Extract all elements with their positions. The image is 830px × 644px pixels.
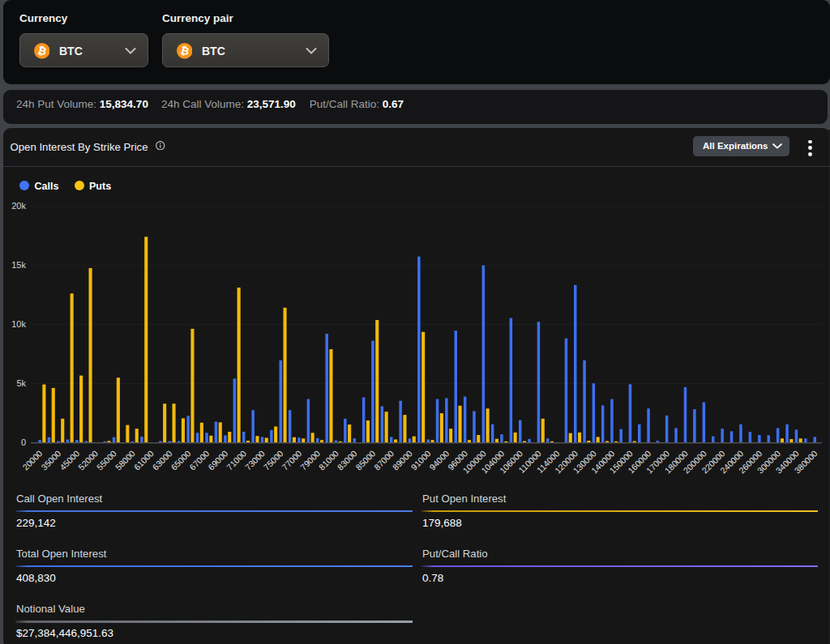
svg-text:20k: 20k	[11, 201, 26, 211]
svg-text:0: 0	[21, 437, 26, 447]
svg-text:55000: 55000	[95, 448, 118, 471]
svg-text:63000: 63000	[150, 448, 173, 471]
svg-text:61000: 61000	[132, 448, 156, 471]
svg-text:71000: 71000	[225, 448, 248, 471]
svg-text:81000: 81000	[317, 448, 340, 471]
svg-text:69000: 69000	[206, 448, 229, 471]
svg-text:20000: 20000	[20, 448, 44, 471]
svg-text:10k: 10k	[11, 319, 26, 329]
svg-text:94000: 94000	[427, 448, 451, 471]
svg-text:89000: 89000	[391, 448, 414, 471]
svg-text:77000: 77000	[280, 448, 303, 471]
svg-text:87000: 87000	[372, 448, 396, 471]
svg-text:91000: 91000	[409, 448, 432, 471]
svg-text:52000: 52000	[76, 448, 100, 471]
svg-text:58000: 58000	[113, 448, 137, 471]
svg-text:67000: 67000	[187, 448, 211, 471]
svg-text:15k: 15k	[11, 260, 26, 270]
svg-text:5k: 5k	[16, 378, 26, 388]
svg-text:85000: 85000	[353, 448, 377, 471]
svg-text:65000: 65000	[169, 448, 192, 471]
svg-text:83000: 83000	[335, 448, 358, 471]
svg-text:73000: 73000	[243, 448, 267, 471]
svg-text:35000: 35000	[39, 448, 62, 471]
svg-text:75000: 75000	[261, 448, 285, 471]
svg-text:45000: 45000	[58, 448, 81, 471]
svg-text:79000: 79000	[298, 448, 322, 471]
